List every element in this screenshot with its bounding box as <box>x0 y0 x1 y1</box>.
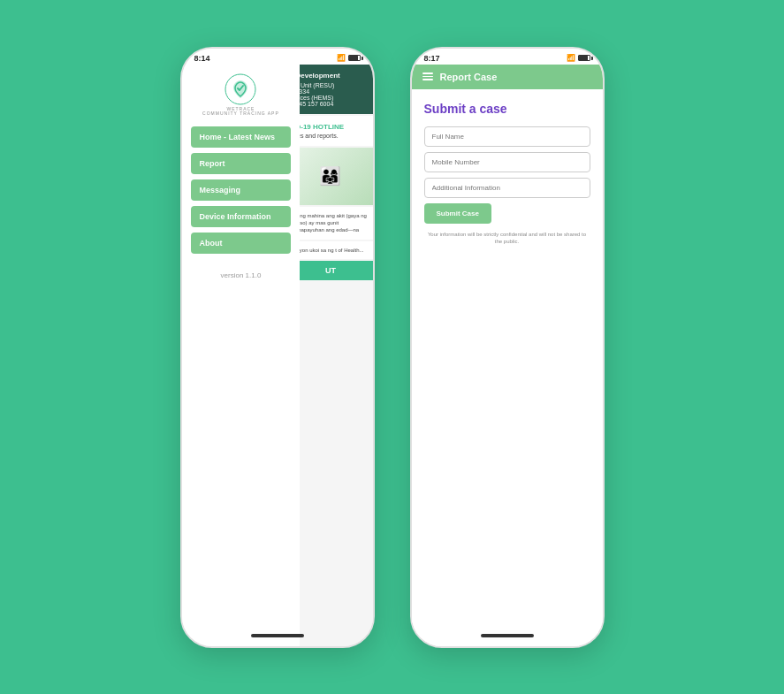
hamburger-line-3 <box>422 79 433 80</box>
phone-2: 8:17 📶 Report Case Submit a case Submit … <box>410 47 605 648</box>
menu-item-device-info[interactable]: Device Information <box>191 206 292 227</box>
menu-item-home[interactable]: Home - Latest News <box>191 126 292 148</box>
wifi-icon: 📶 <box>337 54 346 62</box>
additional-info-input[interactable] <box>424 178 590 198</box>
hamburger-icon[interactable] <box>422 72 433 80</box>
phone2-notch <box>472 49 543 65</box>
logo-area: WeTrace COMMUNITY TRACING APP <box>202 73 279 116</box>
phone1-screen: WeTrace COMMUNITY TRACING APP Home - Lat… <box>182 65 373 648</box>
app-header: Report Case <box>412 65 603 89</box>
version-text: version 1.1.0 <box>221 271 262 279</box>
phone1-time: 8:14 <box>194 54 210 63</box>
content-card-dark: Development s Unit (RESU) 2334 vices (HE… <box>288 65 372 114</box>
hamburger-line-2 <box>422 76 433 78</box>
menu-items: Home - Latest News Report Messaging Devi… <box>182 126 301 254</box>
phone2-time: 8:17 <box>424 54 440 63</box>
mobile-number-input[interactable] <box>424 152 590 172</box>
app-name: WeTrace COMMUNITY TRACING APP <box>202 107 279 116</box>
report-content: Submit a case Submit Case Your informati… <box>412 89 603 648</box>
header-title: Report Case <box>440 72 498 82</box>
phone2-screen: Report Case Submit a case Submit Case Yo… <box>412 65 603 648</box>
menu-item-messaging[interactable]: Messaging <box>191 179 292 201</box>
menu-item-report[interactable]: Report <box>191 153 292 174</box>
hamburger-line-1 <box>422 72 433 74</box>
content-panel: Development s Unit (RESU) 2334 vices (HE… <box>288 65 372 648</box>
hotline-card: D-19 HOTLINE ies and reports. <box>288 116 372 146</box>
phone1-status-icons: 📶 <box>337 54 361 62</box>
news-text-1: aong mahina ang akit (gaya ng puso) ay m… <box>288 207 372 240</box>
wifi-icon-2: 📶 <box>567 54 575 62</box>
phone1-notch <box>242 49 313 65</box>
phone2-status-icons: 📶 <box>567 54 590 62</box>
wetrace-logo-icon <box>225 73 256 105</box>
submit-title: Submit a case <box>424 102 590 116</box>
battery-icon <box>348 55 361 61</box>
submit-case-button[interactable]: Submit Case <box>424 203 491 224</box>
news-image: 👨‍👩‍👧 <box>288 148 372 205</box>
full-name-input[interactable] <box>424 126 590 147</box>
phone2-bottom-bar <box>481 634 534 637</box>
menu-panel: WeTrace COMMUNITY TRACING APP Home - Lat… <box>182 65 301 648</box>
battery-icon-2 <box>578 55 590 61</box>
phone-1: 8:14 📶 WeTrace COMMUNITY TRACING APP <box>180 47 375 648</box>
menu-item-about[interactable]: About <box>191 233 292 254</box>
content-footer: UT <box>288 261 372 280</box>
privacy-note: Your information will be strictly confid… <box>424 231 590 246</box>
news-text-2: asyon ukoi sa ng t of Health... <box>288 241 372 259</box>
phone1-bottom-bar <box>251 634 304 637</box>
